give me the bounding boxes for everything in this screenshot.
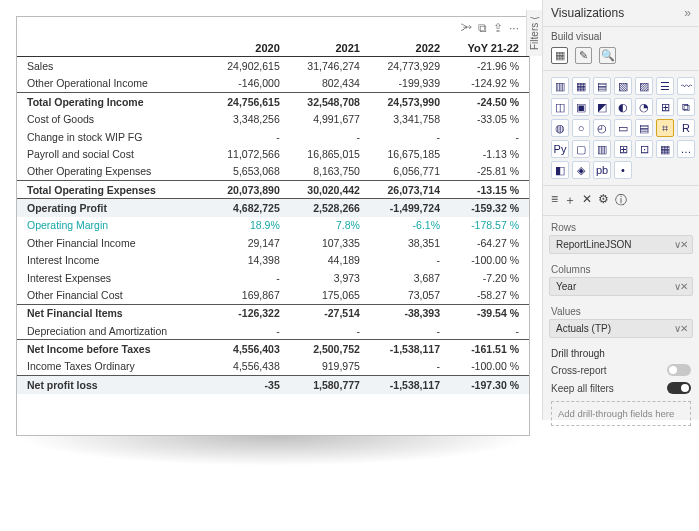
table-row[interactable]: Depreciation and Amortization---- — [17, 322, 529, 340]
more-options-icon[interactable]: ··· — [509, 21, 519, 35]
row-label: Depreciation and Amortization — [17, 322, 210, 340]
viz-type-icon[interactable]: ⊡ — [635, 140, 653, 158]
table-row[interactable]: Operating Margin18.9%7.8%-6.1%-178.57 % — [17, 217, 529, 234]
viz-type-icon[interactable]: ◫ — [551, 98, 569, 116]
viz-action-icon[interactable]: ⚙ — [598, 192, 609, 209]
viz-pane-title: Visualizations — [551, 6, 624, 20]
viz-type-icon[interactable]: ◔ — [635, 98, 653, 116]
viz-type-icon[interactable]: ▤ — [635, 119, 653, 137]
cell-value: 73,057 — [370, 286, 450, 304]
columns-section-label: Columns — [543, 258, 699, 277]
viz-type-icon[interactable]: ⊞ — [656, 98, 674, 116]
viz-action-icon[interactable]: ＋ — [564, 192, 576, 209]
viz-type-icon[interactable]: ▥ — [593, 140, 611, 158]
filter-icon[interactable]: ⭃ — [460, 21, 472, 35]
cell-value: 4,556,438 — [210, 358, 290, 376]
col-header-YoY 21-22[interactable]: YoY 21-22 — [450, 39, 529, 57]
viz-type-icon[interactable]: ◈ — [572, 161, 590, 179]
focus-mode-icon[interactable]: ⧉ — [478, 21, 487, 35]
viz-type-icon[interactable]: ▢ — [572, 140, 590, 158]
viz-type-icon[interactable]: • — [614, 161, 632, 179]
table-row[interactable]: Other Operational Income-146,000802,434-… — [17, 75, 529, 93]
viz-type-icon[interactable]: ◩ — [593, 98, 611, 116]
cell-value: -1,538,117 — [370, 376, 450, 394]
viz-type-icon[interactable]: ⊞ — [614, 140, 632, 158]
filters-pane-collapsed[interactable]: Filters ⟨ — [526, 10, 542, 56]
viz-type-icon[interactable]: 〰 — [677, 77, 695, 95]
viz-action-icon[interactable]: ≡ — [551, 192, 558, 209]
cell-value: 30,020,442 — [290, 181, 370, 199]
table-row[interactable]: Net Income before Taxes4,556,4032,500,75… — [17, 340, 529, 358]
viz-type-icon[interactable]: ▥ — [551, 77, 569, 95]
viz-type-icon[interactable]: ◴ — [593, 119, 611, 137]
viz-type-icon[interactable]: Py — [551, 140, 569, 158]
cell-value: -197.30 % — [450, 376, 529, 394]
viz-type-icon[interactable]: R — [677, 119, 695, 137]
table-row[interactable]: Other Financial Cost169,867175,06573,057… — [17, 286, 529, 304]
field-remove-icon[interactable]: ∨ ✕ — [674, 281, 686, 292]
viz-type-icon[interactable]: ▣ — [572, 98, 590, 116]
table-row[interactable]: Cost of Goods3,348,2564,991,6773,341,758… — [17, 111, 529, 128]
values-field-well[interactable]: Actuals (TP) ∨ ✕ — [549, 319, 693, 338]
viz-type-icon[interactable]: ▭ — [614, 119, 632, 137]
col-header-label[interactable] — [17, 39, 210, 57]
viz-action-icon[interactable]: ⓘ — [615, 192, 627, 209]
viz-type-icon[interactable]: ▦ — [572, 77, 590, 95]
table-row[interactable]: Interest Expenses-3,9733,687-7.20 % — [17, 269, 529, 286]
viz-type-icon[interactable]: pb — [593, 161, 611, 179]
columns-field-well[interactable]: Year ∨ ✕ — [549, 277, 693, 296]
cell-value: 26,073,714 — [370, 181, 450, 199]
table-row[interactable]: Total Operating Income24,756,61532,548,7… — [17, 93, 529, 111]
table-row[interactable]: Other Financial Income29,147107,33538,35… — [17, 234, 529, 251]
collapse-chevron-icon[interactable]: » — [684, 6, 691, 20]
viz-type-icon[interactable]: ⌗ — [656, 119, 674, 137]
viz-type-icon[interactable]: ○ — [572, 119, 590, 137]
visualizations-pane: Visualizations » Build visual ▦ ✎ 🔍 ▥▦▤▧… — [542, 0, 699, 420]
col-header-2022[interactable]: 2022 — [370, 39, 450, 57]
table-row[interactable]: Interest Income14,39844,189--100.00 % — [17, 252, 529, 269]
report-table-visual[interactable]: ⭃ ⧉ ⇪ ··· 202020212022YoY 21-22 Sales24,… — [16, 16, 530, 436]
table-row[interactable]: Total Operating Expenses20,073,89030,020… — [17, 181, 529, 199]
table-row[interactable]: Income Taxes Ordinary4,556,438919,975--1… — [17, 358, 529, 376]
viz-type-icon[interactable]: ◍ — [551, 119, 569, 137]
row-label: Change in stock WIP FG — [17, 128, 210, 145]
col-header-2021[interactable]: 2021 — [290, 39, 370, 57]
cell-value: 3,341,758 — [370, 111, 450, 128]
build-tab-visual-icon[interactable]: ▦ — [551, 47, 568, 64]
keep-filters-toggle[interactable] — [667, 382, 691, 394]
viz-type-icon[interactable]: ▨ — [635, 77, 653, 95]
viz-type-icon[interactable]: ▤ — [593, 77, 611, 95]
viz-type-icon[interactable]: ▦ — [656, 140, 674, 158]
viz-pane-header[interactable]: Visualizations » — [543, 0, 699, 27]
cell-value: 24,902,615 — [210, 57, 290, 75]
viz-type-icon[interactable]: ◐ — [614, 98, 632, 116]
viz-type-icon[interactable]: ◧ — [551, 161, 569, 179]
viz-type-icon[interactable]: ▧ — [614, 77, 632, 95]
table-row[interactable]: Change in stock WIP FG---- — [17, 128, 529, 145]
row-label: Other Operational Income — [17, 75, 210, 93]
viz-type-icon[interactable]: ☰ — [656, 77, 674, 95]
table-row[interactable]: Net Financial Items-126,322-27,514-38,39… — [17, 304, 529, 322]
field-remove-icon[interactable]: ∨ ✕ — [674, 323, 686, 334]
cell-value: 44,189 — [290, 252, 370, 269]
build-tab-analytics-icon[interactable]: 🔍 — [599, 47, 616, 64]
viz-type-icon[interactable]: … — [677, 140, 695, 158]
cross-report-toggle[interactable] — [667, 364, 691, 376]
field-remove-icon[interactable]: ∨ ✕ — [674, 239, 686, 250]
col-header-2020[interactable]: 2020 — [210, 39, 290, 57]
table-row[interactable]: Operating Profit4,682,7252,528,266-1,499… — [17, 199, 529, 217]
build-tab-format-icon[interactable]: ✎ — [575, 47, 592, 64]
export-icon[interactable]: ⇪ — [493, 21, 503, 35]
cross-report-label: Cross-report — [551, 365, 607, 376]
table-row[interactable]: Sales24,902,61531,746,27424,773,929-21.9… — [17, 57, 529, 75]
rows-field-well[interactable]: ReportLineJSON ∨ ✕ — [549, 235, 693, 254]
cell-value: -6.1% — [370, 217, 450, 234]
table-row[interactable]: Payroll and social Cost11,072,56616,865,… — [17, 145, 529, 162]
viz-action-icon[interactable]: ✕ — [582, 192, 592, 209]
add-drill-field-dropzone[interactable]: Add drill-through fields here — [551, 401, 691, 426]
cell-value: -58.27 % — [450, 286, 529, 304]
table-row[interactable]: Other Operating Expenses5,653,0688,163,7… — [17, 163, 529, 181]
viz-type-icon[interactable]: ⧉ — [677, 98, 695, 116]
cell-value: 11,072,566 — [210, 145, 290, 162]
table-row[interactable]: Net profit loss-351,580,777-1,538,117-19… — [17, 376, 529, 394]
